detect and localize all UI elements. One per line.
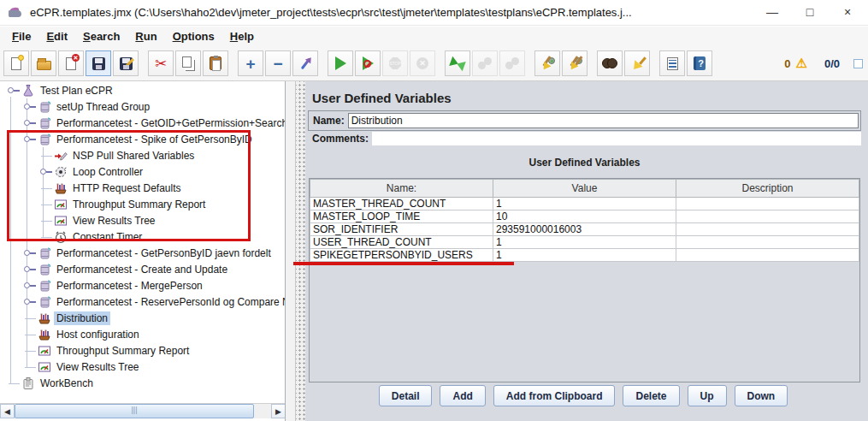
add-from-clipboard-button[interactable]: Add from Clipboard: [493, 385, 616, 406]
tree-item-nsp-pull-shared-variables[interactable]: NSP Pull Shared Variables: [0, 148, 285, 163]
tree-item-performancetest-reservepersonid-og-compare-name[interactable]: Performancetest - ReservePersonId og Com…: [0, 294, 285, 310]
tree-item-host-configuration[interactable]: Host configuration: [0, 327, 285, 342]
menu-file[interactable]: File: [5, 28, 38, 44]
tree-expand-handle[interactable]: [24, 136, 30, 142]
table-cell[interactable]: [676, 198, 859, 210]
search-reset-button[interactable]: [624, 50, 650, 76]
remove-button[interactable]: −: [265, 50, 291, 76]
toolbar-group: ✕: [3, 50, 140, 76]
delete-button[interactable]: Delete: [623, 385, 679, 406]
clear-all-button[interactable]: [562, 50, 588, 76]
maximize-button[interactable]: □: [791, 0, 829, 24]
tree-item-performancetest-spike-of-getpersonbyid[interactable]: Performancetest - Spike of GetPersonByID: [0, 132, 285, 147]
help-button[interactable]: ?: [687, 50, 712, 76]
tree-item-view-results-tree[interactable]: View Results Tree: [0, 359, 285, 375]
toggle-button[interactable]: [292, 50, 318, 76]
search-button[interactable]: [597, 50, 623, 76]
tree-expand-handle[interactable]: [40, 169, 46, 175]
clear-button[interactable]: [534, 50, 560, 76]
tree-vertical-scrollbar[interactable]: [286, 81, 296, 421]
table-cell[interactable]: [676, 236, 859, 249]
tree-item-test-plan-ecpr[interactable]: Test Plan eCPR: [0, 83, 285, 98]
add-button[interactable]: +: [238, 50, 263, 76]
table-cell[interactable]: MASTER_LOOP_TIME: [310, 210, 493, 223]
menu-edit[interactable]: Edit: [39, 28, 74, 44]
new-file-button[interactable]: [3, 50, 29, 76]
function-helper-button[interactable]: [659, 50, 685, 76]
close-file-icon: ✕: [66, 57, 76, 70]
table-cell[interactable]: MASTER_THREAD_COUNT: [310, 198, 493, 210]
tree-item-constant-timer[interactable]: Constant Timer: [0, 229, 285, 245]
tree-expand-handle[interactable]: [24, 299, 30, 305]
toolbar-checkbox[interactable]: [853, 59, 863, 68]
start-icon: [335, 56, 346, 70]
table-cell[interactable]: 10: [493, 210, 676, 223]
down-button[interactable]: Down: [735, 385, 788, 406]
toolbar-group: [597, 50, 652, 76]
table-cell[interactable]: 1: [493, 249, 676, 262]
tree-item-performancetest-getoid-getpermission-searchperson[interactable]: Performancetest - GetOID+GetPermission+S…: [0, 116, 285, 131]
table-cell[interactable]: [676, 223, 859, 236]
tree-horizontal-scrollbar[interactable]: ◀ ▶: [0, 403, 286, 418]
tree-connector: [41, 221, 52, 222]
start-button[interactable]: [328, 50, 353, 76]
tree-expand-handle[interactable]: [24, 104, 30, 110]
up-button[interactable]: Up: [688, 385, 727, 406]
tree-item-distribution[interactable]: Distribution: [0, 311, 285, 326]
tree-item-http-request-defaults[interactable]: HTTP Request Defaults: [0, 181, 285, 196]
menu-options[interactable]: Options: [166, 28, 221, 44]
table-cell[interactable]: SOR_IDENTIFIER: [310, 223, 493, 236]
tree-expand-handle[interactable]: [24, 266, 30, 272]
column-header-name: Name:: [310, 180, 493, 198]
tree-item-workbench[interactable]: WorkBench: [0, 376, 285, 391]
close-file-button[interactable]: ✕: [58, 50, 84, 76]
minimize-button[interactable]: —: [753, 0, 791, 24]
tree-item-performancetest-mergeperson[interactable]: Performancetest - MergePerson: [0, 278, 285, 294]
tree-expand-handle[interactable]: [8, 87, 14, 93]
split-pane-divider[interactable]: [296, 81, 305, 421]
scroll-left-arrow[interactable]: ◀: [0, 404, 15, 418]
toolbar: ✕✂+−STOP✕? 0 ⚠ 0/0: [0, 46, 868, 81]
tree-expand-handle[interactable]: [24, 250, 30, 256]
scroll-right-arrow[interactable]: ▶: [271, 404, 286, 418]
tree-expand-handle[interactable]: [24, 120, 30, 126]
scrollbar-thumb[interactable]: [15, 404, 254, 418]
menu-run[interactable]: Run: [128, 28, 163, 44]
tree-connector: [25, 318, 36, 319]
table-cell[interactable]: 1: [493, 198, 676, 210]
tree-item-performancetest-getpersonbyid-jaevn-fordelt[interactable]: Performancetest - GetPersonByID jaevn fo…: [0, 246, 285, 261]
save-button[interactable]: [86, 50, 111, 76]
table-cell[interactable]: 293591000016003: [493, 223, 676, 236]
table-cell[interactable]: [676, 249, 859, 262]
paste-button[interactable]: [203, 50, 228, 76]
save-as-button[interactable]: [113, 50, 139, 76]
tree-item-loop-controller[interactable]: Loop Controller: [0, 164, 285, 180]
add-button[interactable]: Add: [440, 385, 485, 406]
cut-button[interactable]: ✂: [148, 50, 174, 76]
toolbar-group: +−: [238, 50, 320, 76]
tree-item-throughput-summary-report[interactable]: Throughput Summary Report: [0, 197, 285, 212]
copy-button[interactable]: [175, 50, 201, 76]
tree-item-throughput-summary-report[interactable]: Throughput Summary Report: [0, 343, 285, 359]
tree-item-performancetest-create-and-update[interactable]: Performancetest - Create and Update: [0, 262, 285, 277]
detail-button[interactable]: Detail: [379, 385, 433, 406]
thread-group-icon: [38, 100, 51, 114]
tree-item-setup-thread-group[interactable]: setUp Thread Group: [0, 99, 285, 115]
open-file-button[interactable]: [31, 50, 56, 76]
restart-button[interactable]: [445, 50, 470, 76]
start-no-pauses-button[interactable]: [355, 50, 381, 76]
name-input[interactable]: [348, 113, 859, 128]
comments-input[interactable]: [372, 132, 861, 145]
toolbar-group: ?: [659, 50, 714, 76]
menu-help[interactable]: Help: [223, 28, 261, 44]
clear-all-icon: [567, 56, 582, 70]
table-cell[interactable]: USER_THREAD_COUNT: [310, 236, 493, 249]
scrollbar-track[interactable]: [254, 404, 271, 418]
tree-item-view-results-tree[interactable]: View Results Tree: [0, 213, 285, 228]
table-cell[interactable]: 1: [493, 236, 676, 249]
tree-expand-handle[interactable]: [24, 282, 30, 288]
table-cell[interactable]: [676, 210, 859, 223]
table-cell[interactable]: SPIKEGETPERSONBYID_USERS: [310, 249, 493, 262]
menu-search[interactable]: Search: [76, 28, 127, 44]
close-button[interactable]: ×: [829, 0, 866, 24]
